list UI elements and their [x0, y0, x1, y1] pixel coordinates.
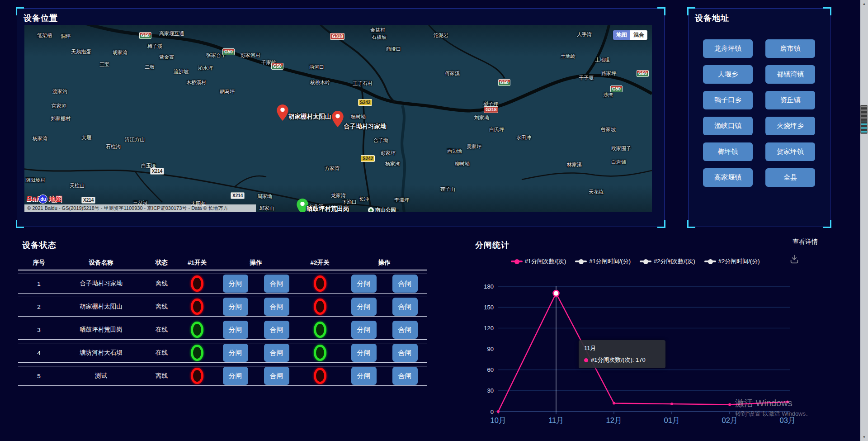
map-place-label: 郑家棚村 [51, 115, 71, 122]
address-button-longzhouping[interactable]: 龙舟坪镇 [703, 39, 753, 58]
scrollbar-track[interactable] [860, 0, 868, 441]
address-button-moshi[interactable]: 磨市镇 [765, 39, 815, 58]
switch2-indicator [314, 275, 326, 292]
device-status: 离线 [142, 303, 181, 311]
col-header-switch1: #1开关 [181, 259, 213, 267]
address-button-gaojiayan[interactable]: 高家堰镇 [703, 168, 753, 187]
map-place-label: 莲子山 [440, 186, 455, 193]
map-place-label: 龙家湾 [331, 192, 346, 199]
address-button-yuxiakou[interactable]: 渔峡口镇 [703, 117, 753, 135]
legend-item-s1-count[interactable]: #1分闸次数/(次) [511, 257, 566, 266]
y-axis-tick-label: 0 [491, 408, 494, 415]
road-shield-badge: G50 [271, 63, 283, 70]
data-point [613, 402, 615, 405]
close-switch2-button[interactable]: 合闸 [392, 321, 418, 339]
close-switch1-button[interactable]: 合闸 [264, 344, 289, 362]
map-place-label: 渡家沟 [52, 88, 67, 95]
close-switch1-button[interactable]: 合闸 [264, 367, 289, 385]
address-button-huoshaoping[interactable]: 火烧坪乡 [765, 117, 815, 135]
scrollbar-down-arrow[interactable]: ▼ [860, 433, 868, 441]
address-button-ziqiu[interactable]: 资丘镇 [765, 91, 815, 109]
table-header-row: 序号 设备名称 状态 #1开关 操作 #2开关 操作 [18, 256, 427, 270]
open-switch2-button[interactable]: 分闸 [351, 344, 377, 362]
switch2-indicator [314, 299, 326, 315]
address-button-duzhenwan[interactable]: 都镇湾镇 [765, 65, 815, 84]
close-switch2-button[interactable]: 合闸 [392, 367, 418, 385]
device-pin-label: 合子坳村习家坳 [344, 123, 387, 131]
view-details-link[interactable]: 查看详情 [793, 238, 818, 246]
address-button-yazikou[interactable]: 鸭子口乡 [703, 91, 753, 109]
close-switch1-button[interactable]: 合闸 [264, 321, 289, 339]
close-switch2-button[interactable]: 合闸 [392, 275, 418, 293]
map-panel-title: 设备位置 [24, 13, 58, 24]
address-button-quanxian[interactable]: 全县 [765, 168, 815, 187]
map-place-label: 李潭坪 [394, 197, 409, 204]
close-switch2-button[interactable]: 合闸 [392, 344, 418, 362]
map-place-label: 土地岭 [561, 53, 576, 60]
map-type-map-button[interactable]: 地图 [613, 30, 630, 40]
scrollbar-up-arrow[interactable]: ▲ [860, 0, 868, 8]
map-place-label: 石板坡 [372, 34, 387, 41]
map-place-label: 梅子溪 [147, 43, 162, 50]
open-switch1-button[interactable]: 分闸 [223, 321, 248, 339]
open-switch1-button[interactable]: 分闸 [223, 344, 248, 362]
baidu-logo: Bai du 地图 [26, 194, 62, 204]
open-switch2-button[interactable]: 分闸 [351, 298, 377, 316]
panel-corner-decoration [687, 7, 695, 15]
map-place-label: 商垭口 [386, 46, 401, 52]
device-location-panel: 设备位置 笔架槽洞坪高家堰互通梅子溪天鹅抱蛋胡家湾紫金寨二墩三宝流沙坡沁水坪木桥… [17, 8, 665, 227]
row-index: 1 [18, 280, 60, 287]
device-status: 离线 [142, 372, 181, 380]
map-place-label: 杨家湾 [385, 161, 400, 167]
data-point [497, 410, 500, 413]
road-shield-badge: S242 [361, 155, 375, 162]
col-header-name: 设备名称 [60, 259, 142, 267]
road-shield-badge: X214 [81, 197, 95, 204]
close-switch2-button[interactable]: 合闸 [392, 298, 418, 316]
device-status-table: 序号 设备名称 状态 #1开关 操作 #2开关 操作 1 合子坳村习家坳 离线 … [18, 256, 427, 386]
device-pin-red-icon[interactable] [277, 104, 288, 121]
open-switch2-button[interactable]: 分闸 [351, 367, 377, 385]
address-button-dayan[interactable]: 大堰乡 [703, 65, 753, 84]
panel-corner-decoration [657, 220, 665, 228]
map-type-hybrid-button[interactable]: 混合 [630, 30, 647, 40]
device-pin-red-icon[interactable] [332, 111, 344, 127]
map-place-label: 沁水坪 [198, 65, 213, 71]
map-place-label: 木桥溪村 [186, 79, 206, 86]
switch1-indicator [191, 322, 203, 338]
road-shield-badge: G50 [498, 79, 510, 86]
scrollbar-thumb[interactable] [860, 105, 868, 134]
table-row: 1 合子坳村习家坳 离线 分闸 合闸 分闸 合闸 [18, 274, 427, 294]
map-place-label: 欧家圈子 [611, 145, 631, 152]
device-name: 晒鼓坪村荒田岗 [60, 326, 142, 334]
row-index: 2 [18, 303, 60, 310]
map-place-label: 彭家坪 [381, 150, 396, 156]
legend-item-s2-count[interactable]: #2分闸次数/(次) [640, 257, 695, 266]
switch2-indicator [314, 345, 326, 361]
map-place-label: 西边坳 [447, 148, 462, 155]
scrollbar-thumb-stripes-cyan [861, 121, 867, 133]
open-switch2-button[interactable]: 分闸 [351, 275, 377, 293]
baidu-map[interactable]: 笔架槽洞坪高家堰互通梅子溪天鹅抱蛋胡家湾紫金寨二墩三宝流沙坡沁水坪木桥溪村驷马坪… [24, 25, 652, 212]
address-button-hejiaping[interactable]: 贺家坪镇 [765, 142, 815, 161]
map-place-label: 清江方山 [125, 136, 145, 143]
scrollbar-thumb-stripes [861, 105, 867, 121]
open-switch1-button[interactable]: 分闸 [223, 275, 248, 293]
open-switch2-button[interactable]: 分闸 [351, 321, 377, 339]
open-switch1-button[interactable]: 分闸 [223, 367, 248, 385]
map-place-label: 天鹅抱蛋 [71, 48, 91, 55]
close-switch1-button[interactable]: 合闸 [264, 298, 289, 316]
map-place-label: 白氏坪 [489, 126, 504, 133]
road-shield-badge: G50 [610, 85, 623, 92]
close-switch1-button[interactable]: 合闸 [264, 275, 289, 293]
map-place-label: 人手湾 [577, 31, 592, 38]
map-place-label: 天柱山 [70, 182, 85, 189]
chart-gridlines [498, 286, 790, 391]
legend-item-s1-time[interactable]: #1分闸时间/(分) [575, 257, 631, 266]
legend-item-s2-time[interactable]: #2分闸时间/(分) [704, 257, 760, 266]
open-switch1-button[interactable]: 分闸 [223, 298, 248, 316]
map-place-label: 林家溪 [567, 161, 582, 168]
map-place-label: 阴阳坡村 [25, 177, 45, 184]
address-button-langping[interactable]: 榔坪镇 [703, 142, 753, 161]
map-place-label: 高家堰互通 [159, 30, 184, 37]
